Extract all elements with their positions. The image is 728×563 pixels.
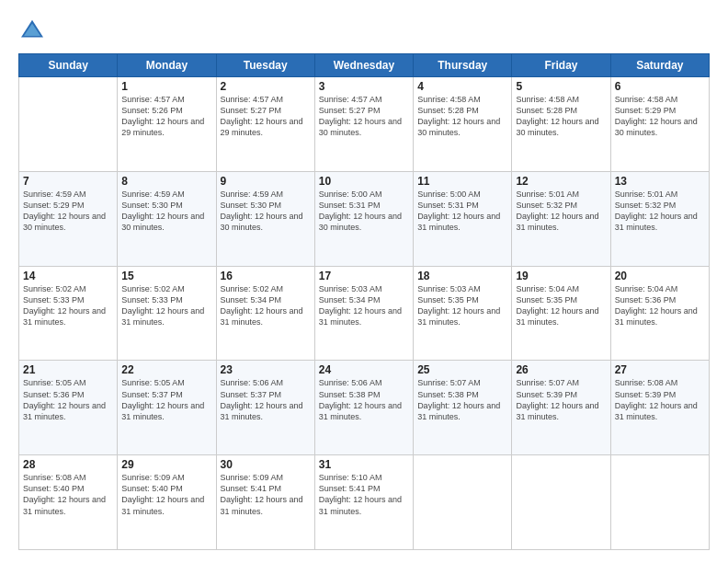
calendar-cell: 10Sunrise: 5:00 AMSunset: 5:31 PMDayligh… [314, 171, 413, 266]
calendar-cell [19, 77, 118, 172]
calendar-cell [610, 455, 709, 550]
calendar-week-row: 14Sunrise: 5:02 AMSunset: 5:33 PMDayligh… [19, 266, 710, 361]
page: SundayMondayTuesdayWednesdayThursdayFrid… [0, 0, 728, 563]
day-number: 15 [121, 270, 211, 282]
cell-details: Sunrise: 5:07 AMSunset: 5:39 PMDaylight:… [516, 377, 606, 422]
calendar-cell: 5Sunrise: 4:58 AMSunset: 5:28 PMDaylight… [512, 77, 610, 172]
calendar-cell: 13Sunrise: 5:01 AMSunset: 5:32 PMDayligh… [610, 171, 709, 266]
day-number: 21 [23, 363, 113, 376]
header [18, 17, 710, 44]
calendar-cell: 4Sunrise: 4:58 AMSunset: 5:28 PMDaylight… [414, 77, 512, 172]
weekday-header-row: SundayMondayTuesdayWednesdayThursdayFrid… [19, 54, 710, 77]
logo [18, 17, 50, 44]
day-number: 13 [615, 175, 705, 188]
calendar-cell: 15Sunrise: 5:02 AMSunset: 5:33 PMDayligh… [118, 266, 216, 361]
calendar-week-row: 1Sunrise: 4:57 AMSunset: 5:26 PMDaylight… [19, 77, 710, 172]
calendar-cell: 6Sunrise: 4:58 AMSunset: 5:29 PMDaylight… [610, 77, 709, 172]
cell-details: Sunrise: 4:58 AMSunset: 5:29 PMDaylight:… [615, 94, 705, 139]
day-number: 28 [23, 458, 113, 471]
calendar-cell: 12Sunrise: 5:01 AMSunset: 5:32 PMDayligh… [512, 171, 610, 266]
cell-details: Sunrise: 4:57 AMSunset: 5:27 PMDaylight:… [319, 94, 409, 139]
cell-details: Sunrise: 5:08 AMSunset: 5:39 PMDaylight:… [615, 377, 705, 422]
calendar-cell: 2Sunrise: 4:57 AMSunset: 5:27 PMDaylight… [216, 77, 314, 172]
calendar-cell: 8Sunrise: 4:59 AMSunset: 5:30 PMDaylight… [118, 171, 216, 266]
cell-details: Sunrise: 5:06 AMSunset: 5:38 PMDaylight:… [319, 377, 409, 422]
day-number: 20 [615, 270, 705, 282]
calendar-cell: 22Sunrise: 5:05 AMSunset: 5:37 PMDayligh… [118, 361, 216, 455]
calendar-cell: 21Sunrise: 5:05 AMSunset: 5:36 PMDayligh… [19, 361, 118, 455]
calendar-cell: 18Sunrise: 5:03 AMSunset: 5:35 PMDayligh… [414, 266, 512, 361]
day-number: 6 [615, 80, 705, 93]
cell-details: Sunrise: 5:03 AMSunset: 5:34 PMDaylight:… [319, 283, 409, 328]
cell-details: Sunrise: 4:59 AMSunset: 5:30 PMDaylight:… [121, 189, 211, 234]
calendar-cell: 27Sunrise: 5:08 AMSunset: 5:39 PMDayligh… [610, 361, 709, 455]
day-number: 11 [417, 175, 507, 188]
day-number: 18 [417, 270, 507, 282]
weekday-header-tuesday: Tuesday [216, 54, 314, 77]
cell-details: Sunrise: 5:01 AMSunset: 5:32 PMDaylight:… [516, 189, 606, 234]
weekday-header-sunday: Sunday [19, 54, 118, 77]
day-number: 12 [516, 175, 606, 188]
cell-details: Sunrise: 5:09 AMSunset: 5:40 PMDaylight:… [121, 472, 211, 517]
calendar-cell: 3Sunrise: 4:57 AMSunset: 5:27 PMDaylight… [314, 77, 413, 172]
cell-details: Sunrise: 4:57 AMSunset: 5:27 PMDaylight:… [221, 94, 311, 139]
cell-details: Sunrise: 4:58 AMSunset: 5:28 PMDaylight:… [417, 94, 507, 139]
calendar-cell: 26Sunrise: 5:07 AMSunset: 5:39 PMDayligh… [512, 361, 610, 455]
day-number: 3 [319, 80, 409, 93]
calendar-table: SundayMondayTuesdayWednesdayThursdayFrid… [18, 53, 710, 550]
day-number: 29 [121, 458, 211, 471]
cell-details: Sunrise: 4:58 AMSunset: 5:28 PMDaylight:… [516, 94, 606, 139]
cell-details: Sunrise: 5:04 AMSunset: 5:36 PMDaylight:… [615, 283, 705, 328]
calendar-cell: 16Sunrise: 5:02 AMSunset: 5:34 PMDayligh… [216, 266, 314, 361]
cell-details: Sunrise: 5:10 AMSunset: 5:41 PMDaylight:… [319, 472, 409, 517]
cell-details: Sunrise: 5:02 AMSunset: 5:33 PMDaylight:… [23, 283, 113, 328]
day-number: 5 [516, 80, 606, 93]
calendar-cell: 9Sunrise: 4:59 AMSunset: 5:30 PMDaylight… [216, 171, 314, 266]
calendar-cell: 19Sunrise: 5:04 AMSunset: 5:35 PMDayligh… [512, 266, 610, 361]
day-number: 10 [319, 175, 409, 188]
weekday-header-wednesday: Wednesday [314, 54, 413, 77]
calendar-cell: 23Sunrise: 5:06 AMSunset: 5:37 PMDayligh… [216, 361, 314, 455]
day-number: 23 [221, 363, 311, 376]
cell-details: Sunrise: 5:00 AMSunset: 5:31 PMDaylight:… [417, 189, 507, 234]
day-number: 24 [319, 363, 409, 376]
day-number: 26 [516, 363, 606, 376]
calendar-cell [512, 455, 610, 550]
calendar-cell: 29Sunrise: 5:09 AMSunset: 5:40 PMDayligh… [118, 455, 216, 550]
calendar-week-row: 28Sunrise: 5:08 AMSunset: 5:40 PMDayligh… [19, 455, 710, 550]
day-number: 8 [121, 175, 211, 188]
cell-details: Sunrise: 4:57 AMSunset: 5:26 PMDaylight:… [121, 94, 211, 139]
day-number: 7 [23, 175, 113, 188]
cell-details: Sunrise: 5:09 AMSunset: 5:41 PMDaylight:… [221, 472, 311, 517]
cell-details: Sunrise: 5:02 AMSunset: 5:34 PMDaylight:… [221, 283, 311, 328]
calendar-cell: 25Sunrise: 5:07 AMSunset: 5:38 PMDayligh… [414, 361, 512, 455]
calendar-cell: 20Sunrise: 5:04 AMSunset: 5:36 PMDayligh… [610, 266, 709, 361]
cell-details: Sunrise: 5:01 AMSunset: 5:32 PMDaylight:… [615, 189, 705, 234]
calendar-cell [414, 455, 512, 550]
calendar-cell: 1Sunrise: 4:57 AMSunset: 5:26 PMDaylight… [118, 77, 216, 172]
weekday-header-monday: Monday [118, 54, 216, 77]
weekday-header-thursday: Thursday [414, 54, 512, 77]
calendar-cell: 7Sunrise: 4:59 AMSunset: 5:29 PMDaylight… [19, 171, 118, 266]
day-number: 1 [121, 80, 211, 93]
day-number: 30 [221, 458, 311, 471]
day-number: 19 [516, 270, 606, 282]
calendar-week-row: 21Sunrise: 5:05 AMSunset: 5:36 PMDayligh… [19, 361, 710, 455]
calendar-cell: 17Sunrise: 5:03 AMSunset: 5:34 PMDayligh… [314, 266, 413, 361]
calendar-cell: 30Sunrise: 5:09 AMSunset: 5:41 PMDayligh… [216, 455, 314, 550]
cell-details: Sunrise: 5:05 AMSunset: 5:36 PMDaylight:… [23, 377, 113, 422]
cell-details: Sunrise: 5:00 AMSunset: 5:31 PMDaylight:… [319, 189, 409, 234]
cell-details: Sunrise: 5:03 AMSunset: 5:35 PMDaylight:… [417, 283, 507, 328]
cell-details: Sunrise: 5:07 AMSunset: 5:38 PMDaylight:… [417, 377, 507, 422]
cell-details: Sunrise: 5:04 AMSunset: 5:35 PMDaylight:… [516, 283, 606, 328]
cell-details: Sunrise: 5:06 AMSunset: 5:37 PMDaylight:… [221, 377, 311, 422]
calendar-cell: 31Sunrise: 5:10 AMSunset: 5:41 PMDayligh… [314, 455, 413, 550]
logo-icon [18, 17, 46, 44]
calendar-cell: 24Sunrise: 5:06 AMSunset: 5:38 PMDayligh… [314, 361, 413, 455]
cell-details: Sunrise: 5:05 AMSunset: 5:37 PMDaylight:… [121, 377, 211, 422]
calendar-week-row: 7Sunrise: 4:59 AMSunset: 5:29 PMDaylight… [19, 171, 710, 266]
day-number: 22 [121, 363, 211, 376]
weekday-header-saturday: Saturday [610, 54, 709, 77]
day-number: 17 [319, 270, 409, 282]
day-number: 4 [417, 80, 507, 93]
